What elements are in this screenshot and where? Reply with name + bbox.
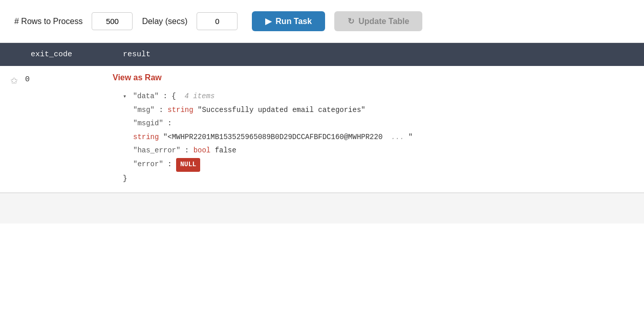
json-error-key: "error" bbox=[133, 160, 163, 168]
result-col: View as Raw ▾ "data" : { 4 items "msg" :… bbox=[113, 73, 644, 185]
json-msg-type: string bbox=[167, 106, 193, 114]
table-row: ✩ 0 View as Raw ▾ "data" : { 4 items "ms… bbox=[0, 66, 644, 193]
json-content: ▾ "data" : { 4 items "msg" : string "Suc… bbox=[113, 89, 634, 185]
json-close-brace: } bbox=[123, 174, 127, 183]
exit-code-value: 0 bbox=[25, 75, 30, 84]
update-table-label: Update Table bbox=[358, 17, 409, 26]
row-actions: ✩ 0 bbox=[0, 73, 113, 86]
delay-label: Delay (secs) bbox=[142, 17, 187, 26]
rows-label: # Rows to Process bbox=[14, 17, 82, 26]
collapse-arrow-icon[interactable]: ▾ bbox=[123, 91, 126, 103]
col-exit-code: exit_code bbox=[0, 50, 113, 59]
json-null-badge: NULL bbox=[176, 158, 200, 172]
rows-input[interactable] bbox=[92, 12, 133, 30]
col-result: result bbox=[113, 50, 644, 59]
play-icon: ▶ bbox=[265, 16, 271, 26]
update-table-button: ↻ Update Table bbox=[334, 11, 422, 31]
toolbar: # Rows to Process Delay (secs) ▶ Run Tas… bbox=[0, 0, 644, 43]
run-task-button[interactable]: ▶ Run Task bbox=[252, 11, 325, 31]
json-data-key: "data" bbox=[133, 92, 159, 100]
bottom-bar bbox=[0, 193, 644, 223]
run-task-label: Run Task bbox=[275, 17, 312, 26]
json-msgid-type: string bbox=[133, 133, 159, 141]
json-msgid-key: "msgid" bbox=[133, 119, 163, 127]
delay-input[interactable] bbox=[197, 12, 238, 30]
json-msgid-value: "<MWHPR2201MB153525965089B0D29DCCAFBFDC1… bbox=[163, 133, 382, 141]
view-raw-link[interactable]: View as Raw bbox=[113, 73, 162, 82]
star-icon[interactable]: ✩ bbox=[10, 75, 18, 86]
json-has-error-value: false bbox=[215, 146, 237, 154]
json-msg-value: "Successfully updated email categories" bbox=[198, 106, 366, 114]
json-has-error-key: "has_error" bbox=[133, 146, 180, 154]
json-data-comment: 4 items bbox=[180, 92, 214, 100]
json-msg-key: "msg" bbox=[133, 106, 155, 114]
refresh-icon: ↻ bbox=[348, 16, 354, 26]
json-msgid-end: " bbox=[409, 133, 413, 141]
json-msgid-ellipsis: ... bbox=[387, 133, 409, 141]
table-header: exit_code result bbox=[0, 43, 644, 66]
json-has-error-type: bool bbox=[194, 146, 211, 154]
